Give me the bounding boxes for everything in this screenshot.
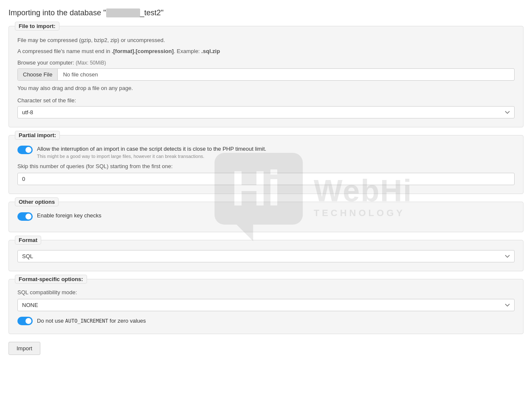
format-specific-legend: Format-specific options:	[15, 275, 87, 284]
browse-label: Browse your computer: (Max: 50MiB)	[17, 59, 515, 66]
file-input-row: Choose File No file chosen	[17, 68, 515, 81]
file-to-import-section: File to import: File may be compressed (…	[8, 26, 524, 127]
other-options-legend: Other options	[15, 197, 59, 206]
partial-import-slider	[17, 146, 33, 154]
foreign-key-toggle[interactable]	[17, 212, 33, 221]
other-options-section: Other options Enable foreign key checks	[8, 202, 524, 232]
auto-increment-row: Do not use AUTO_INCREMENT for zero value…	[17, 316, 515, 325]
auto-increment-toggle[interactable]	[17, 317, 33, 325]
format-select[interactable]: SQL CSV CSV using LOAD DATA JSON Mediawi…	[17, 250, 515, 262]
format-specific-section: Format-specific options: SQL compatibili…	[8, 279, 524, 334]
partial-import-toggle-label: Allow the interruption of an import in c…	[37, 145, 266, 153]
file-to-import-legend: File to import:	[15, 22, 59, 31]
file-info-line1: File may be compressed (gzip, bzip2, zip…	[17, 36, 515, 45]
skip-queries-input[interactable]: 0	[17, 173, 515, 185]
drag-drop-text: You may also drag and drop a file on any…	[17, 85, 515, 91]
charset-label: Character set of the file:	[17, 97, 515, 104]
partial-import-toggle-sublabel: This might be a good way to import large…	[37, 154, 266, 159]
auto-increment-label: Do not use AUTO_INCREMENT for zero value…	[37, 318, 146, 324]
partial-import-section: Partial import: Allow the interruption o…	[8, 135, 524, 194]
db-name: ________	[106, 8, 140, 17]
partial-import-toggle-row: Allow the interruption of an import in c…	[17, 145, 515, 159]
choose-file-button[interactable]: Choose File	[18, 69, 58, 80]
charset-select[interactable]: utf-8 latin1 utf-16 ascii	[17, 106, 515, 118]
format-section: Format SQL CSV CSV using LOAD DATA JSON …	[8, 240, 524, 271]
page-title: Importing into the database "_________te…	[8, 8, 524, 17]
partial-import-toggle-labels: Allow the interruption of an import in c…	[37, 145, 266, 159]
foreign-key-label: Enable foreign key checks	[37, 212, 101, 220]
import-button[interactable]: Import	[8, 342, 40, 355]
no-file-text: No file chosen	[58, 69, 514, 80]
file-info-line2: A compressed file's name must end in .[f…	[17, 47, 515, 56]
sql-compat-label: SQL compatibility mode:	[17, 289, 515, 296]
format-legend: Format	[15, 236, 41, 245]
partial-import-legend: Partial import:	[15, 131, 60, 140]
foreign-key-toggle-row: Enable foreign key checks	[17, 212, 515, 221]
partial-import-toggle[interactable]	[17, 146, 33, 154]
foreign-key-slider	[17, 212, 33, 221]
sql-compat-select[interactable]: NONE ANSI DB2 MAXDB MYSQL323 MYSQL40 MSS…	[17, 299, 515, 311]
skip-queries-label: Skip this number of queries (for SQL) st…	[17, 163, 515, 169]
auto-increment-slider	[17, 317, 33, 325]
